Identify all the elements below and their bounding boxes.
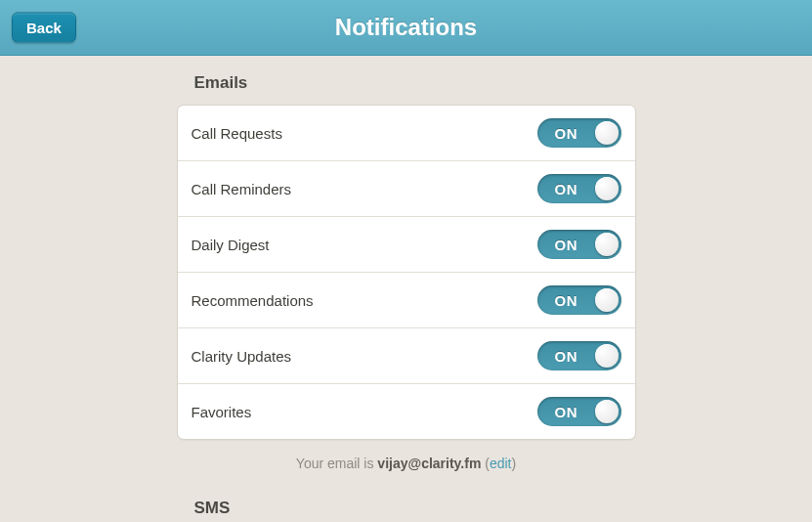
back-button[interactable]: Back: [12, 13, 76, 43]
footer-prefix: Your email is: [296, 456, 378, 471]
row-clarity-updates: Clarity Updates ON: [178, 327, 635, 383]
toggle-call-reminders[interactable]: ON: [537, 174, 621, 203]
page-title: Notifications: [335, 14, 477, 41]
row-label: Call Reminders: [192, 181, 292, 197]
section-title-sms: SMS: [177, 495, 636, 522]
toggle-daily-digest[interactable]: ON: [537, 230, 621, 259]
toggle-favorites[interactable]: ON: [537, 397, 621, 426]
toggle-text: ON: [555, 237, 578, 253]
row-daily-digest: Daily Digest ON: [178, 216, 635, 272]
content-scroll[interactable]: Emails Call Requests ON Call Reminders O…: [0, 56, 812, 522]
toggle-recommendations[interactable]: ON: [537, 285, 621, 315]
toggle-knob-icon: [595, 177, 619, 200]
email-footer-note: Your email is vijay@clarity.fm (edit): [177, 440, 636, 495]
row-recommendations: Recommendations ON: [178, 272, 635, 327]
row-call-requests: Call Requests ON: [178, 106, 635, 160]
toggle-knob-icon: [595, 233, 619, 256]
toggle-text: ON: [555, 348, 578, 365]
row-label: Recommendations: [192, 292, 314, 309]
toggle-call-requests[interactable]: ON: [537, 118, 621, 148]
row-label: Call Requests: [192, 125, 282, 142]
row-label: Clarity Updates: [192, 348, 292, 365]
toggle-text: ON: [555, 125, 578, 142]
row-label: Daily Digest: [192, 237, 270, 253]
paren-close: ): [512, 456, 517, 471]
footer-email: vijay@clarity.fm: [377, 456, 481, 471]
toggle-knob-icon: [595, 344, 619, 368]
row-label: Favorites: [192, 404, 252, 420]
toggle-text: ON: [555, 404, 578, 420]
emails-list: Call Requests ON Call Reminders ON Daily…: [177, 105, 636, 440]
toggle-text: ON: [555, 292, 578, 309]
toggle-knob-icon: [595, 288, 619, 312]
toggle-knob-icon: [595, 400, 619, 423]
section-title-emails: Emails: [177, 69, 636, 105]
edit-email-link[interactable]: edit: [490, 456, 512, 471]
row-call-reminders: Call Reminders ON: [178, 160, 635, 216]
row-favorites: Favorites ON: [178, 383, 635, 439]
toggle-clarity-updates[interactable]: ON: [537, 341, 621, 370]
toggle-knob-icon: [595, 121, 619, 145]
header-bar: Back Notifications: [0, 0, 812, 56]
paren-open: (: [481, 456, 490, 471]
toggle-text: ON: [555, 181, 578, 197]
content-inner: Emails Call Requests ON Call Reminders O…: [177, 56, 636, 522]
